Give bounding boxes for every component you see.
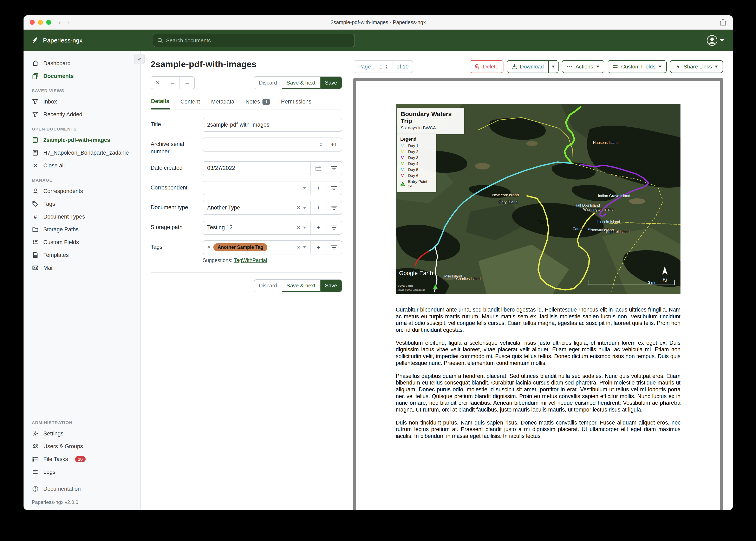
search-input[interactable] [166,37,350,44]
sidebar-item-document-types[interactable]: # Document Types [24,210,140,223]
legend-label: Entry Point 24 [408,179,432,189]
sidebar-item-tags[interactable]: Tags [24,198,140,210]
storage-path-select[interactable]: Testing 12 ✕ [203,221,310,234]
date-filter-button[interactable] [326,162,342,175]
tab-details[interactable]: Details [151,98,170,110]
save-next-button[interactable]: Save & next [282,77,320,89]
download-options-button[interactable] [549,60,559,73]
next-document-button[interactable]: → [180,77,194,89]
remove-tag-icon[interactable]: ✕ [207,245,211,250]
asn-plus-one-button[interactable]: +1 [326,138,342,151]
add-tag-button[interactable]: + [310,241,326,254]
detail-tabs: Details Content Metadata Notes1 Permissi… [151,98,342,110]
sidebar-item-dashboard[interactable]: Dashboard [24,57,140,70]
add-storage-path-button[interactable]: + [310,221,326,234]
asn-input[interactable] [203,138,316,151]
sidebar-item-label: Storage Paths [43,227,79,233]
island-label: Lincoln Island [597,220,620,224]
save-group-bottom: Discard Save & next Save [254,279,342,292]
sidebar-collapse-button[interactable]: « [134,54,145,64]
sidebar-item-recently-added[interactable]: Recently Added [24,108,140,121]
close-window-button[interactable] [30,20,35,25]
delete-button[interactable]: Delete [470,60,503,73]
custom-fields-button[interactable]: Custom Fields [608,60,667,73]
calendar-button[interactable] [310,162,326,175]
clear-icon[interactable]: ✕ [297,205,300,211]
file-tasks-badge: 16 [75,456,86,462]
save-button[interactable]: Save [320,280,342,292]
sidebar-close-all[interactable]: Close all [24,159,140,172]
sidebar-item-label: Close all [43,163,65,169]
window-title: 2sample-pdf-with-images - Paperless-ngx [331,19,426,25]
chevron-down-icon [596,66,599,68]
document-preview-pane: Page 1 ▲▼ of 10 Delete Download [353,51,733,510]
sidebar-item-logs[interactable]: Logs [24,465,140,478]
sidebar-open-doc-napoleon[interactable]: H7_Napoleon_Bonaparte_zadanie [24,146,140,159]
sidebar-item-users-groups[interactable]: Users & Groups [24,440,140,453]
sidebar-item-label: Logs [43,469,56,475]
page-stepper[interactable]: ▲▼ [385,64,388,69]
logs-icon [32,468,39,475]
clear-icon[interactable]: ✕ [297,245,300,250]
sidebar-item-label: Tags [43,201,55,207]
sidebar-item-file-tasks[interactable]: File Tasks 16 [24,453,140,465]
sidebar-item-documentation[interactable]: Documentation [24,482,140,495]
sidebar-item-custom-fields[interactable]: Custom Fields [24,236,140,249]
storage-path-filter-button[interactable] [326,221,342,234]
sidebar-item-templates[interactable]: Templates [24,249,140,262]
download-button[interactable]: Download [507,60,549,73]
sidebar-item-correspondents[interactable]: Correspondents [24,185,140,198]
screen: ‹ › 2sample-pdf-with-images - Paperless-… [0,0,756,541]
correspondent-filter-button[interactable] [326,182,342,195]
suggestion-link[interactable]: TagWithPartial [234,257,267,263]
tags-filter-button[interactable] [326,241,342,254]
date-created-input[interactable] [203,162,310,175]
sidebar-item-documents[interactable]: Documents [24,70,140,83]
history-forward-icon[interactable]: › [67,19,69,26]
sidebar-item-inbox[interactable]: Inbox [24,95,140,108]
tab-content[interactable]: Content [180,98,201,109]
sidebar-item-label: 2sample-pdf-with-images [43,137,110,143]
document-type-select[interactable]: Another Type ✕ [203,201,310,215]
open-documents-header: OPEN DOCUMENTS [24,121,140,134]
share-icon[interactable] [720,19,726,28]
home-icon [32,60,39,67]
tab-permissions[interactable]: Permissions [281,98,312,109]
asn-stepper[interactable]: ▲▼ [316,138,326,151]
sidebar-open-doc-current[interactable]: 2sample-pdf-with-images [24,134,140,146]
discard-button[interactable]: Discard [254,77,281,89]
previous-document-button[interactable]: ← [165,77,180,89]
sidebar-item-settings[interactable]: Settings [24,427,140,440]
custom-fields-icon [32,239,39,246]
close-document-button[interactable]: ✕ [151,77,165,89]
minimize-window-button[interactable] [38,20,43,25]
tag-chip[interactable]: Another Sample Tag [213,243,267,251]
title-field-label: Title [151,118,203,132]
title-input[interactable] [203,118,342,131]
save-button[interactable]: Save [320,77,342,89]
sidebar-item-storage-paths[interactable]: Storage Paths [24,223,140,236]
tags-select[interactable]: ✕ Another Sample Tag ✕ [203,241,310,254]
user-menu[interactable] [706,35,724,46]
tab-notes[interactable]: Notes1 [245,98,270,109]
sidebar-item-mail[interactable]: Mail [24,262,140,274]
sidebar: Dashboard Documents SAVED VIEWS Inbox Re… [24,51,141,510]
sidebar-item-label: H7_Napoleon_Bonaparte_zadanie [43,150,129,156]
tab-metadata[interactable]: Metadata [211,98,235,109]
notes-count-badge: 1 [262,99,270,105]
discard-button[interactable]: Discard [254,280,281,292]
clear-icon[interactable]: ✕ [297,225,300,230]
add-document-type-button[interactable]: + [310,201,326,215]
sidebar-item-label: Settings [43,430,64,437]
history-back-icon[interactable]: ‹ [59,19,61,26]
actions-button[interactable]: ⋯ Actions [562,60,604,73]
page-number-input[interactable]: 1 [379,64,382,70]
app-brand[interactable]: Paperless-ngx [30,36,83,45]
add-correspondent-button[interactable]: + [310,182,326,195]
document-type-filter-button[interactable] [326,201,342,215]
zoom-window-button[interactable] [46,20,51,25]
share-links-button[interactable]: Share Links [670,60,723,73]
save-next-button[interactable]: Save & next [282,280,320,292]
correspondent-select[interactable] [203,182,310,195]
pdf-viewer-frame[interactable]: Hausons Island New York Island Gary Isla… [353,78,723,510]
